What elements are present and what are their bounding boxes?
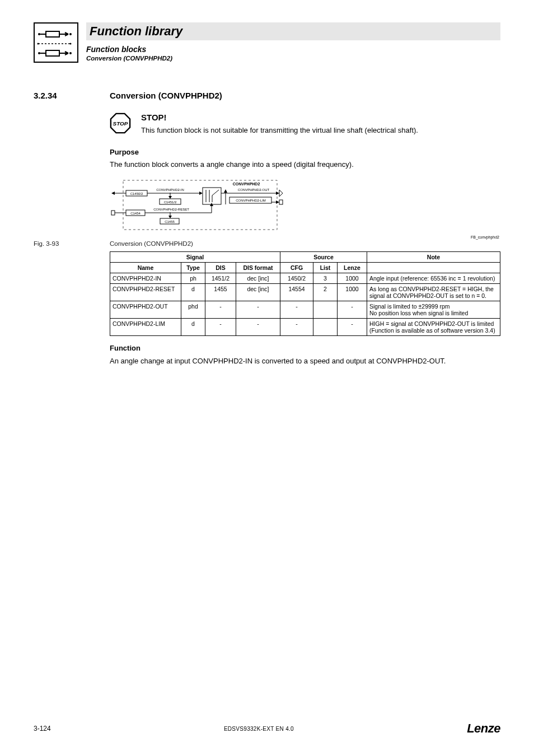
- fb-tag: FB_convphphd2: [110, 235, 500, 239]
- cell-list: [313, 319, 338, 336]
- cell-dis: -: [205, 319, 236, 336]
- cell-name: CONVPHPHD2-OUT: [110, 301, 181, 319]
- doc-title-bar: Function library: [86, 22, 500, 40]
- cell-type: ph: [181, 273, 205, 284]
- figure-caption-row: Fig. 3-93 Conversion (CONVPHPHD2): [110, 240, 500, 247]
- th-cfg: CFG: [280, 263, 313, 273]
- cell-cfg: -: [280, 319, 313, 336]
- page-number: 3-124: [34, 725, 51, 732]
- doc-subtitle-1: Function blocks: [86, 45, 500, 54]
- doc-id: EDSVS9332K-EXT EN 4.0: [224, 726, 294, 732]
- svg-point-7: [69, 33, 72, 35]
- stop-heading: STOP!: [141, 113, 418, 122]
- cell-disf: -: [236, 319, 280, 336]
- in-label: CONVPHPHD2-IN: [156, 188, 184, 192]
- section-heading: 3.2.34 Conversion (CONVPHPHD2): [34, 91, 500, 100]
- svg-point-17: [69, 52, 72, 54]
- cell-note: As long as CONVPHPHD2-RESET = HIGH, the …: [367, 284, 500, 301]
- cell-lenze: -: [338, 301, 367, 319]
- cell-lenze: 1000: [338, 284, 367, 301]
- brand-logo: Lenze: [467, 721, 500, 736]
- cell-disf: -: [236, 301, 280, 319]
- stop-octagon-icon: STOP: [110, 113, 131, 134]
- th-note: [367, 263, 500, 273]
- doc-title: Function library: [90, 24, 182, 39]
- block-diagram: CONVPHPHD2 C1450/2 CONVPHPHD2-IN C1451/2: [110, 179, 500, 233]
- page-header: Function library Function blocks Convers…: [34, 22, 500, 63]
- th-lenze: Lenze: [338, 263, 367, 273]
- header-block-icon: [34, 22, 78, 63]
- cell-type: phd: [181, 301, 205, 319]
- reset-code-bot: C1455: [165, 220, 175, 223]
- th-dis: DIS: [205, 263, 236, 273]
- th-list: List: [313, 263, 338, 273]
- cell-lenze: 1000: [338, 273, 367, 284]
- svg-rect-39: [279, 200, 283, 204]
- table-row: CONVPHPHD2-RESET d 1455 dec [inc] 14554 …: [110, 284, 500, 301]
- in-code-top: C1450/2: [130, 192, 143, 195]
- cell-name: CONVPHPHD2-IN: [110, 273, 181, 284]
- figure-caption: Conversion (CONVPHPHD2): [110, 240, 193, 247]
- cell-cfg: -: [280, 301, 313, 319]
- svg-marker-38: [276, 200, 279, 204]
- out-label: CONVPHPHD2-OUT: [238, 188, 270, 192]
- cell-disf: dec [inc]: [236, 273, 280, 284]
- cell-dis: -: [205, 301, 236, 319]
- function-text: An angle change at input CONVPHPHD2-IN i…: [110, 356, 500, 367]
- th-signal-group: Signal: [110, 252, 280, 263]
- svg-point-11: [38, 52, 40, 54]
- cell-note: Signal is limited to ±29999 rpm No posit…: [367, 301, 500, 319]
- th-type: Type: [181, 263, 205, 273]
- cell-type: d: [181, 319, 205, 336]
- figure-label: Fig. 3-93: [34, 240, 110, 247]
- cell-name: CONVPHPHD2-LIM: [110, 319, 181, 336]
- svg-marker-34: [276, 192, 279, 195]
- svg-marker-44: [168, 216, 172, 218]
- svg-marker-32: [224, 189, 227, 193]
- svg-marker-24: [168, 196, 172, 199]
- reset-label: CONVPHPHD2-RESET: [153, 208, 189, 211]
- th-note-group: Note: [367, 252, 500, 263]
- stop-callout: STOP STOP! This function block is not su…: [110, 113, 500, 136]
- svg-marker-35: [279, 190, 283, 197]
- reset-code-top: C1454: [130, 212, 140, 215]
- stop-text: This function block is not suitable for …: [141, 125, 418, 136]
- in-code-bot: C1451/2: [164, 200, 177, 204]
- svg-point-1: [38, 33, 40, 35]
- stop-label: STOP: [113, 120, 128, 127]
- cell-list: 2: [313, 284, 338, 301]
- svg-marker-27: [199, 192, 203, 195]
- cell-lenze: -: [338, 319, 367, 336]
- cell-disf: dec [inc]: [236, 284, 280, 301]
- function-heading: Function: [110, 344, 500, 352]
- cell-list: 3: [313, 273, 338, 284]
- purpose-text: The function block converts a angle chan…: [110, 160, 500, 170]
- cell-dis: 1451/2: [205, 273, 236, 284]
- svg-rect-3: [46, 31, 59, 37]
- page-footer: 3-124 EDSVS9332K-EXT EN 4.0 Lenze: [34, 721, 500, 736]
- th-disf: DIS format: [236, 263, 280, 273]
- table-row: CONVPHPHD2-OUT phd - - - - Signal is lim…: [110, 301, 500, 319]
- th-source-group: Source: [280, 252, 367, 263]
- cell-name: CONVPHPHD2-RESET: [110, 284, 181, 301]
- section-title: Conversion (CONVPHPHD2): [110, 91, 222, 100]
- table-row: CONVPHPHD2-IN ph 1451/2 dec [inc] 1450/2…: [110, 273, 500, 284]
- svg-rect-40: [111, 211, 115, 215]
- svg-point-10: [70, 43, 72, 45]
- cell-list: [313, 301, 338, 319]
- lim-label: CONVPHPHD2-LIM: [236, 199, 266, 202]
- th-name: Name: [110, 263, 181, 273]
- block-title: CONVPHPHD2: [233, 182, 260, 186]
- svg-marker-20: [111, 192, 115, 195]
- table-row: CONVPHPHD2-LIM d - - - - HIGH = signal a…: [110, 319, 500, 336]
- svg-point-9: [38, 43, 39, 45]
- cell-note: Angle input (reference: 65536 inc = 1 re…: [367, 273, 500, 284]
- signal-table: Signal Source Note Name Type DIS DIS for…: [110, 251, 500, 336]
- cell-type: d: [181, 284, 205, 301]
- purpose-heading: Purpose: [110, 148, 500, 156]
- section-number: 3.2.34: [34, 91, 86, 100]
- doc-subtitle-2: Conversion (CONVPHPHD2): [86, 55, 500, 62]
- cell-cfg: 1450/2: [280, 273, 313, 284]
- svg-rect-13: [46, 50, 59, 56]
- cell-note: HIGH = signal at CONVPHPHD2-OUT is limit…: [367, 319, 500, 336]
